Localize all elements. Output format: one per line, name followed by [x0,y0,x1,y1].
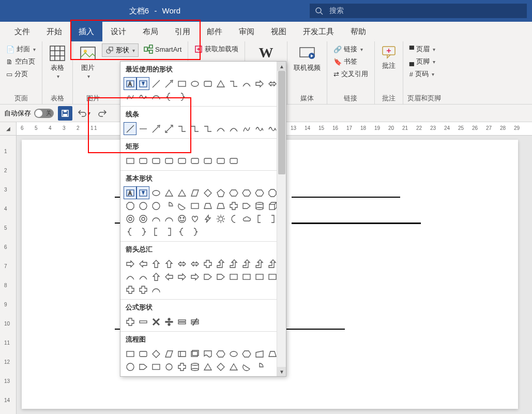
shape-rect[interactable] [149,360,162,373]
shape-uarrow[interactable] [149,257,162,270]
shape-hex[interactable] [240,186,253,199]
shape-rrect[interactable] [175,154,188,167]
shape-octagon[interactable] [124,199,136,212]
shape-curve[interactable] [227,122,240,135]
shape-arc[interactable] [149,212,162,225]
autosave-toggle[interactable]: 关 [34,109,54,118]
shape-rect[interactable] [227,270,240,283]
shape-bent[interactable] [214,257,227,270]
shape-plus[interactable] [175,360,188,373]
addins-button[interactable]: 获取加载项 [192,43,240,55]
footer-button[interactable]: ▄页脚▾ [407,56,437,67]
shape-prep[interactable] [214,347,227,360]
shape-plus[interactable] [136,283,149,296]
shape-rbracket[interactable] [162,225,175,238]
shape-can[interactable] [240,199,253,212]
scroll-up-icon[interactable]: ▲ [277,62,286,71]
shape-arc[interactable] [162,212,175,225]
shape-donut[interactable] [136,212,149,225]
shape-curve[interactable] [240,77,253,90]
shape-connector[interactable] [162,360,175,373]
shape-bolt[interactable] [201,212,214,225]
shape-lbrace[interactable] [162,90,175,103]
shape-para[interactable] [175,347,188,360]
shape-freeform[interactable] [124,90,136,103]
shape-trap[interactable] [214,199,227,212]
shape-rhombus[interactable] [162,347,175,360]
shape-times[interactable] [149,315,162,328]
shape-rbrace[interactable] [188,225,201,238]
shape-uarrow[interactable] [162,257,175,270]
shape-curve[interactable] [214,122,227,135]
shape-bent[interactable] [253,257,266,270]
shape-textbox[interactable]: A [124,186,136,199]
shape-elbow[interactable] [175,122,188,135]
shape-rrect[interactable] [201,77,214,90]
shape-larrows[interactable] [136,257,149,270]
scroll-down-icon[interactable]: ▼ [277,367,286,376]
shape-pent[interactable] [214,186,227,199]
shape-tri[interactable] [201,360,214,373]
shape-rect[interactable] [253,270,266,283]
shape-rrect[interactable] [136,154,149,167]
shape-darrowb[interactable] [188,257,201,270]
shape-hex[interactable] [253,186,266,199]
tab-view[interactable]: 视图 [263,22,295,41]
shape-rrect[interactable] [201,154,214,167]
shape-rbrace[interactable] [175,90,188,103]
shape-multidoc[interactable] [188,347,201,360]
header-button[interactable]: ▀页眉▾ [407,43,437,55]
pictures-button[interactable]: 图片▾ [77,43,99,80]
shape-bent[interactable] [227,257,240,270]
shape-chord[interactable] [240,360,253,373]
shape-chord[interactable] [175,199,188,212]
tab-design[interactable]: 设计 [102,22,134,41]
shape-smiley[interactable] [175,212,188,225]
shape-lbrace[interactable] [124,225,136,238]
shape-prep[interactable] [240,347,253,360]
online-video-button[interactable]: 联机视频 [292,43,323,73]
shape-rbrace[interactable] [136,225,149,238]
shape-plus[interactable] [124,283,136,296]
shape-oval[interactable] [149,186,162,199]
shape-rect[interactable] [240,270,253,283]
search-box[interactable]: 搜索 [310,4,527,18]
shape-circle[interactable] [124,360,136,373]
shape-textbox[interactable]: A [124,77,136,90]
tab-home[interactable]: 开始 [38,22,70,41]
shape-uarrow[interactable] [149,270,162,283]
shape-rect[interactable] [124,154,136,167]
shape-plus[interactable] [201,257,214,270]
shape-rrect[interactable] [136,347,149,360]
tab-review[interactable]: 审阅 [231,22,263,41]
link-button[interactable]: 🔗链接▾ [331,43,370,55]
shape-circle[interactable] [149,199,162,212]
shape-tri[interactable] [214,77,227,90]
shape-rect[interactable] [188,199,201,212]
page-break-button[interactable]: ▭分页 [4,68,38,80]
shape-elbow[interactable] [188,122,201,135]
shape-lbrace[interactable] [175,225,188,238]
shape-trap[interactable] [201,199,214,212]
cover-page-button[interactable]: 📄封面▾ [4,43,38,55]
shape-divide[interactable] [162,315,175,328]
line-shape[interactable] [292,223,421,224]
vertical-ruler[interactable]: 1234567891011121314 [0,136,17,414]
shapes-button[interactable]: 形状▾ [102,43,139,57]
shape-line[interactable] [149,77,162,90]
shape-rarrow[interactable] [188,270,201,283]
tab-help[interactable]: 帮助 [342,22,374,41]
shape-rrect[interactable] [227,154,240,167]
shape-plus[interactable] [227,199,240,212]
shape-arc[interactable] [149,283,162,296]
save-button[interactable] [58,106,72,121]
shape-line[interactable] [124,122,136,135]
bookmark-button[interactable]: 🔖书签 [331,56,370,67]
shape-can[interactable] [201,270,214,283]
tab-mailings[interactable]: 邮件 [199,22,231,41]
shape-oval[interactable] [188,77,201,90]
shape-textboxv[interactable] [136,77,149,90]
shape-rect[interactable] [175,77,188,90]
shape-oval[interactable] [227,347,240,360]
shape-elbow[interactable] [201,122,214,135]
